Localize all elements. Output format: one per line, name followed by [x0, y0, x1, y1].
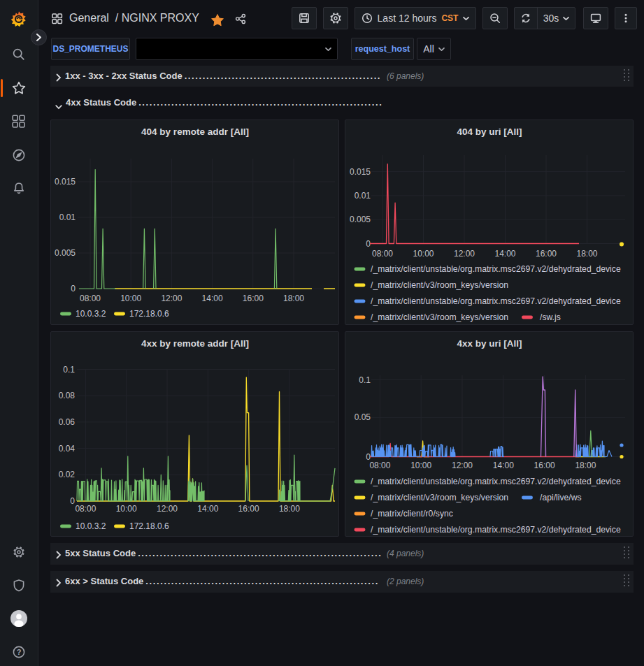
svg-text:/_matrix/client/unstable/org.m: /_matrix/client/unstable/org.matrix.msc2…	[371, 296, 621, 306]
svg-text:?: ?	[17, 648, 22, 656]
svg-text:12:00: 12:00	[157, 504, 178, 514]
svg-text:08:00: 08:00	[369, 461, 390, 470]
svg-text:0.06: 0.06	[59, 417, 76, 427]
svg-text:/sw.js: /sw.js	[540, 312, 561, 322]
svg-text:10:00: 10:00	[120, 294, 141, 303]
svg-text:0: 0	[71, 284, 76, 294]
svg-text:14:00: 14:00	[494, 249, 515, 259]
svg-text:0.015: 0.015	[55, 177, 76, 187]
svg-text:16:00: 16:00	[243, 294, 264, 303]
svg-text:/_matrix/client/r0/sync: /_matrix/client/r0/sync	[371, 509, 453, 519]
svg-text:18:00: 18:00	[279, 504, 300, 514]
svg-text:10:00: 10:00	[410, 461, 431, 470]
svg-text:12:00: 12:00	[161, 294, 182, 303]
svg-text:172.18.0.6: 172.18.0.6	[129, 521, 169, 531]
svg-text:0.05: 0.05	[355, 412, 371, 422]
svg-text:/_matrix/client/unstable/org.m: /_matrix/client/unstable/org.matrix.msc2…	[371, 477, 621, 486]
svg-text:/_matrix/client/v3/room_keys/v: /_matrix/client/v3/room_keys/version	[371, 493, 508, 502]
svg-text:10.0.3.2: 10.0.3.2	[76, 309, 106, 319]
svg-text:404 by uri [All]: 404 by uri [All]	[457, 126, 522, 137]
svg-text:0.1: 0.1	[359, 375, 371, 385]
svg-text:18:00: 18:00	[283, 294, 304, 303]
svg-text:0.04: 0.04	[59, 444, 76, 454]
svg-text:/api/live/ws: /api/live/ws	[540, 493, 582, 502]
svg-text:4xx by uri [All]: 4xx by uri [All]	[457, 338, 522, 349]
svg-text:0.005: 0.005	[55, 248, 76, 258]
svg-text:0.015: 0.015	[350, 167, 371, 177]
svg-text:404 by remote addr [All]: 404 by remote addr [All]	[141, 126, 249, 137]
svg-text:08:00: 08:00	[372, 249, 393, 259]
svg-text:/_matrix/client/v3/room_keys/v: /_matrix/client/v3/room_keys/version	[371, 280, 508, 290]
svg-text:12:00: 12:00	[452, 461, 473, 470]
svg-text:16:00: 16:00	[238, 504, 259, 514]
svg-text:16:00: 16:00	[534, 461, 555, 470]
svg-text:16:00: 16:00	[536, 249, 557, 259]
svg-text:/_matrix/client/unstable/org.m: /_matrix/client/unstable/org.matrix.msc2…	[371, 264, 621, 274]
svg-text:14:00: 14:00	[202, 294, 223, 303]
svg-text:/_matrix/client/unstable/org.m: /_matrix/client/unstable/org.matrix.msc2…	[371, 525, 621, 535]
svg-text:0.02: 0.02	[59, 470, 76, 479]
svg-text:4xx by remote addr [All]: 4xx by remote addr [All]	[141, 338, 249, 349]
svg-text:08:00: 08:00	[75, 504, 96, 514]
svg-text:0.005: 0.005	[350, 215, 371, 224]
svg-text:12:00: 12:00	[454, 249, 475, 259]
svg-text:172.18.0.6: 172.18.0.6	[129, 309, 169, 319]
svg-text:14:00: 14:00	[493, 461, 514, 470]
svg-text:10:00: 10:00	[116, 504, 137, 514]
svg-text:0: 0	[70, 496, 75, 506]
svg-text:/_matrix/client/v3/room_keys/v: /_matrix/client/v3/room_keys/version	[371, 312, 508, 322]
svg-text:0.1: 0.1	[63, 365, 75, 375]
svg-text:14:00: 14:00	[197, 504, 218, 514]
svg-text:0.01: 0.01	[59, 212, 76, 222]
svg-text:08:00: 08:00	[80, 294, 101, 303]
svg-text:10:00: 10:00	[413, 249, 434, 259]
svg-text:0.01: 0.01	[355, 191, 371, 201]
svg-text:18:00: 18:00	[575, 461, 596, 470]
svg-text:10.0.3.2: 10.0.3.2	[76, 521, 106, 531]
svg-text:0.08: 0.08	[59, 391, 76, 400]
svg-text:18:00: 18:00	[576, 249, 597, 259]
